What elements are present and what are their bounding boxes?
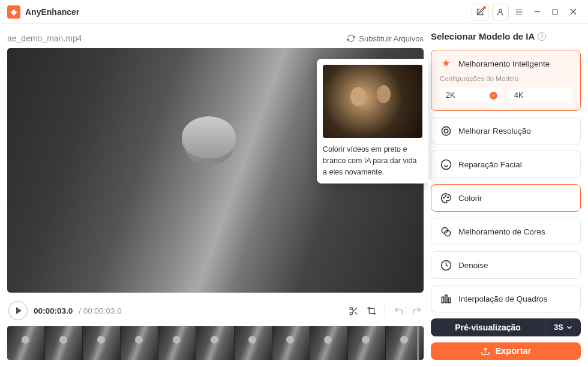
app-logo-icon: ◈ xyxy=(7,5,20,19)
timeline-frame xyxy=(310,326,348,360)
timeline-frame xyxy=(235,326,272,360)
face-icon xyxy=(440,158,452,170)
export-icon xyxy=(481,346,490,356)
model-label: Colorir xyxy=(458,194,482,203)
cut-button[interactable] xyxy=(347,305,359,317)
svg-point-8 xyxy=(350,307,352,309)
svg-point-14 xyxy=(444,129,448,133)
export-label: Exportar xyxy=(496,346,532,356)
info-icon[interactable]: i xyxy=(538,32,546,41)
model-upscale[interactable]: Melhorar Resolução xyxy=(431,117,581,145)
denoise-icon xyxy=(440,259,452,271)
close-button[interactable] xyxy=(565,4,581,20)
color-icon xyxy=(440,225,452,237)
timeline-frame xyxy=(7,326,45,360)
player-controls: 00:00:03.0/ 00:00:03.0 xyxy=(7,297,424,324)
preview-duration-select[interactable]: 3S xyxy=(545,318,581,336)
resolution-option-4k[interactable]: 4K✓ xyxy=(508,88,572,103)
svg-line-25 xyxy=(446,265,448,266)
time-duration: / 00:00:03.0 xyxy=(79,306,121,315)
app-title: AnyEnhancer xyxy=(25,7,468,17)
play-button[interactable] xyxy=(8,301,28,320)
model-label: Denoise xyxy=(458,261,488,270)
menu-button[interactable] xyxy=(511,4,527,20)
svg-rect-26 xyxy=(442,297,443,303)
file-header: ae_demo_man.mp4 Substituir Arquivos xyxy=(7,31,424,48)
svg-point-15 xyxy=(441,160,451,169)
frames-icon xyxy=(440,293,452,305)
maximize-button[interactable] xyxy=(547,4,563,20)
svg-point-9 xyxy=(350,312,352,314)
minimize-button[interactable] xyxy=(529,4,545,20)
model-label: Melhoramento Inteligente xyxy=(458,59,550,68)
preview-button[interactable]: Pré-visualização 3S xyxy=(431,318,581,336)
timeline-frame xyxy=(272,326,310,360)
model-face-repair[interactable]: Reparação Facial xyxy=(431,151,581,178)
play-icon xyxy=(16,307,22,314)
resolution-option-2k[interactable]: 2K✓ xyxy=(440,88,503,103)
model-label: Melhorar Resolução xyxy=(458,127,531,136)
config-label: Configurações do Modelo xyxy=(440,75,572,82)
model-color-enhance[interactable]: Melhoramento de Cores xyxy=(431,218,581,245)
svg-line-11 xyxy=(355,312,357,314)
edit-button[interactable] xyxy=(472,4,488,20)
redo-button[interactable] xyxy=(410,305,422,317)
svg-point-13 xyxy=(442,127,450,135)
account-button[interactable] xyxy=(492,4,509,20)
timeline-frame xyxy=(158,326,196,360)
model-label: Melhoramento de Cores xyxy=(458,227,545,236)
replace-file-button[interactable]: Substituir Arquivos xyxy=(347,34,424,43)
export-button[interactable]: Exportar xyxy=(431,342,581,360)
svg-rect-27 xyxy=(445,295,446,303)
svg-point-19 xyxy=(445,195,446,196)
timeline-frame xyxy=(196,326,234,360)
tooltip-text: Colorir vídeos em preto e branco com IA … xyxy=(323,144,422,178)
timeline-frame xyxy=(45,326,83,360)
time-current: 00:00:03.0 xyxy=(34,306,73,315)
svg-rect-28 xyxy=(448,297,450,302)
model-label: Reparação Facial xyxy=(458,160,522,169)
tooltip-card: Colorir vídeos em preto e branco com IA … xyxy=(317,59,428,184)
timeline-frame xyxy=(121,326,158,360)
tooltip-thumbnail xyxy=(323,65,422,138)
replace-label: Substituir Arquivos xyxy=(359,34,424,43)
svg-point-20 xyxy=(447,197,448,198)
preview-label: Pré-visualização xyxy=(431,323,545,332)
model-frame-interpolation[interactable]: Interpolação de Quadros xyxy=(431,285,581,312)
model-smart-enhancement[interactable]: Melhoramento Inteligente Configurações d… xyxy=(431,50,581,111)
svg-point-0 xyxy=(499,9,502,12)
svg-rect-5 xyxy=(553,10,557,14)
model-denoise[interactable]: Denoise xyxy=(431,251,581,279)
upscale-icon xyxy=(440,125,452,137)
sparkle-icon xyxy=(440,58,452,70)
panel-title: Selecionar Modelo de IA i xyxy=(431,31,581,41)
palette-icon xyxy=(440,192,452,204)
svg-point-18 xyxy=(443,197,444,198)
timeline-frame xyxy=(83,326,121,360)
model-label: Interpolação de Quadros xyxy=(458,294,548,303)
chevron-down-icon xyxy=(566,324,572,330)
timeline-frame xyxy=(348,326,386,360)
undo-button[interactable] xyxy=(392,305,404,317)
timeline[interactable] xyxy=(7,326,424,360)
crop-button[interactable] xyxy=(365,305,377,317)
svg-line-12 xyxy=(352,309,353,311)
timeline-handle[interactable] xyxy=(417,326,419,360)
video-preview[interactable]: Colorir vídeos em preto e branco com IA … xyxy=(7,48,424,293)
filename: ae_demo_man.mp4 xyxy=(7,34,82,43)
titlebar: ◈ AnyEnhancer xyxy=(0,0,588,24)
model-colorize[interactable]: Colorir xyxy=(431,184,581,212)
